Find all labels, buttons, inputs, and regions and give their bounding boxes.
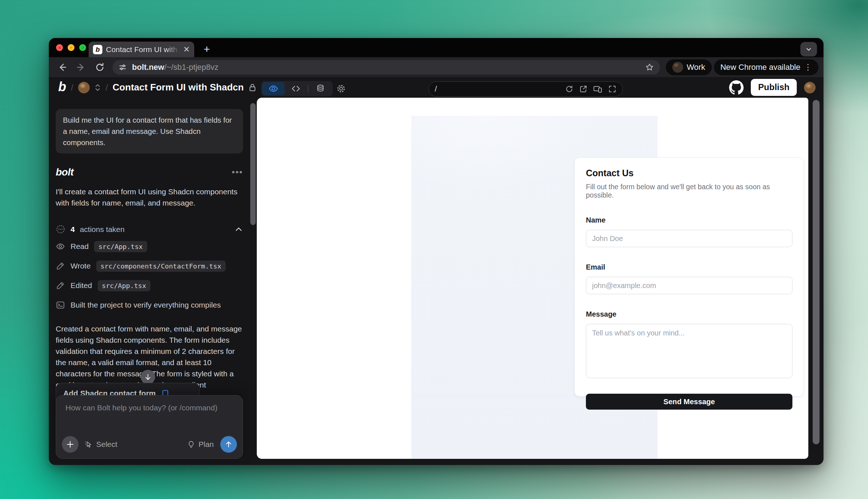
tab-title: Contact Form UI with Shadcn	[106, 45, 180, 54]
reload-button[interactable]	[92, 59, 108, 75]
bolt-favicon: b	[93, 45, 102, 54]
actions-count: 4	[71, 225, 75, 234]
fullscreen-icon[interactable]	[608, 85, 617, 93]
plus-icon	[66, 440, 75, 449]
name-label: Name	[586, 216, 792, 224]
browser-menu-icon[interactable]: ⋮	[804, 63, 812, 71]
lightbulb-icon	[187, 440, 195, 449]
profile-chip[interactable]: Work	[666, 59, 712, 75]
zoom-window-button[interactable]	[79, 44, 86, 51]
site-settings-icon[interactable]	[118, 63, 127, 72]
action-file-chip[interactable]: src/App.tsx	[98, 280, 151, 291]
tab-search-button[interactable]	[800, 42, 817, 56]
arrow-up-icon	[225, 440, 233, 448]
form-title: Contact Us	[586, 168, 792, 178]
browser-window: b Contact Form UI with Shadcn ✕ +	[49, 38, 824, 465]
eye-icon	[56, 242, 65, 251]
action-verb: Built the project to verify everything c…	[71, 301, 221, 309]
account-avatar[interactable]	[804, 82, 816, 93]
github-icon[interactable]	[729, 80, 744, 95]
action-row-built: Built the project to verify everything c…	[56, 298, 243, 312]
database-tab-button[interactable]	[309, 82, 332, 95]
assistant-intro-text: I'll create a contact form UI using Shad…	[56, 186, 243, 208]
preview-controls	[565, 85, 617, 93]
eye-icon	[268, 84, 278, 94]
profile-avatar	[672, 62, 683, 73]
send-message-submit-button[interactable]: Send Message	[586, 394, 792, 410]
assistant-message-header: bolt •••	[56, 166, 243, 178]
message-label: Message	[586, 310, 792, 318]
tab-strip: b Contact Form UI with Shadcn ✕ +	[49, 38, 824, 57]
chat-input[interactable]	[56, 396, 243, 429]
preview-panel: Contact Us Fill out the form below and w…	[257, 98, 824, 465]
chevron-up-icon[interactable]	[234, 225, 243, 234]
user-message: Build me the UI for a contact form that …	[56, 109, 243, 153]
chat-panel: Build me the UI for a contact form that …	[49, 98, 257, 465]
actions-taken-toggle[interactable]: 4 actions taken	[56, 224, 243, 234]
action-verb: Wrote	[71, 262, 91, 270]
message-menu-icon[interactable]: •••	[232, 168, 243, 177]
send-message-button[interactable]	[220, 436, 237, 453]
minimize-window-button[interactable]	[68, 44, 75, 51]
window-controls	[56, 44, 86, 51]
email-field[interactable]	[586, 277, 792, 294]
project-title: Contact Form UI with Shadcn	[112, 82, 244, 93]
close-window-button[interactable]	[56, 44, 63, 51]
forward-button[interactable]	[73, 59, 89, 75]
action-row-edited: Edited src/App.tsx	[56, 278, 243, 293]
segment-divider	[308, 85, 309, 93]
preview-tab-button[interactable]	[262, 82, 285, 95]
gear-icon	[336, 84, 346, 94]
update-label: New Chrome available	[720, 63, 800, 72]
code-tab-button[interactable]	[285, 82, 307, 95]
browser-toolbar: bolt.new/~/sb1-ptjep8vz Work New Chrome …	[49, 57, 824, 77]
user-avatar[interactable]	[78, 82, 90, 93]
chat-input-card: Select Plan	[56, 395, 243, 459]
refresh-preview-icon[interactable]	[565, 85, 574, 93]
publish-button[interactable]: Publish	[751, 79, 797, 96]
tab-close-icon[interactable]: ✕	[183, 46, 190, 54]
breadcrumb-divider: /	[71, 83, 73, 93]
url-path: /~/sb1-ptjep8vz	[164, 63, 218, 72]
name-field[interactable]	[586, 230, 792, 247]
new-tab-button[interactable]: +	[204, 43, 210, 55]
chat-input-right-tools: Plan	[187, 436, 237, 453]
plan-mode-button[interactable]: Plan	[187, 440, 214, 449]
preview-path: /	[435, 84, 560, 94]
action-verb: Read	[71, 242, 89, 251]
workspace-switcher-icon[interactable]	[94, 84, 101, 92]
scroll-to-bottom-button[interactable]	[141, 370, 155, 384]
attach-button[interactable]	[62, 436, 78, 453]
back-button[interactable]	[54, 59, 71, 75]
omnibox[interactable]: bolt.new/~/sb1-ptjep8vz	[112, 60, 660, 75]
responsive-devices-icon[interactable]	[593, 85, 603, 93]
pencil-icon	[56, 261, 65, 271]
email-label: Email	[586, 263, 792, 271]
browser-tab[interactable]: b Contact Form UI with Shadcn ✕	[89, 42, 194, 57]
action-file-chip[interactable]: src/App.tsx	[94, 241, 147, 252]
preview-scrollbar[interactable]	[813, 100, 820, 444]
chrome-update-button[interactable]: New Chrome available ⋮	[714, 59, 818, 75]
action-file-chip[interactable]: src/components/ContactForm.tsx	[96, 261, 226, 272]
arrow-down-icon	[144, 373, 152, 381]
url-host: bolt.new	[132, 63, 164, 72]
actions-taken-label: actions taken	[80, 225, 125, 234]
bookmark-star-icon[interactable]	[645, 63, 654, 72]
preview-address-bar[interactable]: /	[429, 81, 623, 97]
database-icon	[316, 84, 325, 93]
pencil-icon	[56, 281, 65, 290]
message-field[interactable]	[586, 324, 792, 378]
open-in-new-tab-icon[interactable]	[579, 85, 588, 93]
desktop-wallpaper: b Contact Form UI with Shadcn ✕ +	[0, 0, 868, 499]
chat-scrollbar[interactable]	[250, 103, 256, 225]
select-label: Select	[96, 440, 117, 449]
view-switcher	[261, 81, 333, 96]
chat-input-toolbar: Select Plan	[62, 436, 237, 453]
bolt-logo[interactable]: b	[58, 80, 66, 93]
project-breadcrumb: b / / Contact Form UI with Shadcn	[58, 81, 256, 94]
settings-button[interactable]	[335, 82, 348, 95]
select-tool-button[interactable]: Select	[84, 440, 117, 449]
breadcrumb-divider: /	[106, 83, 108, 93]
plan-label: Plan	[199, 440, 214, 449]
url-text[interactable]: bolt.new/~/sb1-ptjep8vz	[132, 63, 640, 72]
